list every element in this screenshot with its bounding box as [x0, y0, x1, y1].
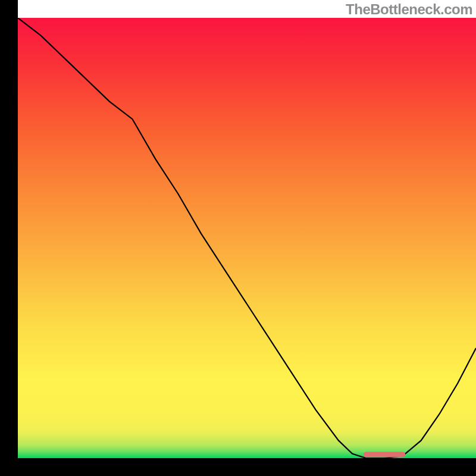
chart-frame: TheBottleneck.com [0, 0, 476, 476]
plot-area [18, 18, 476, 458]
gradient-background [18, 18, 476, 458]
